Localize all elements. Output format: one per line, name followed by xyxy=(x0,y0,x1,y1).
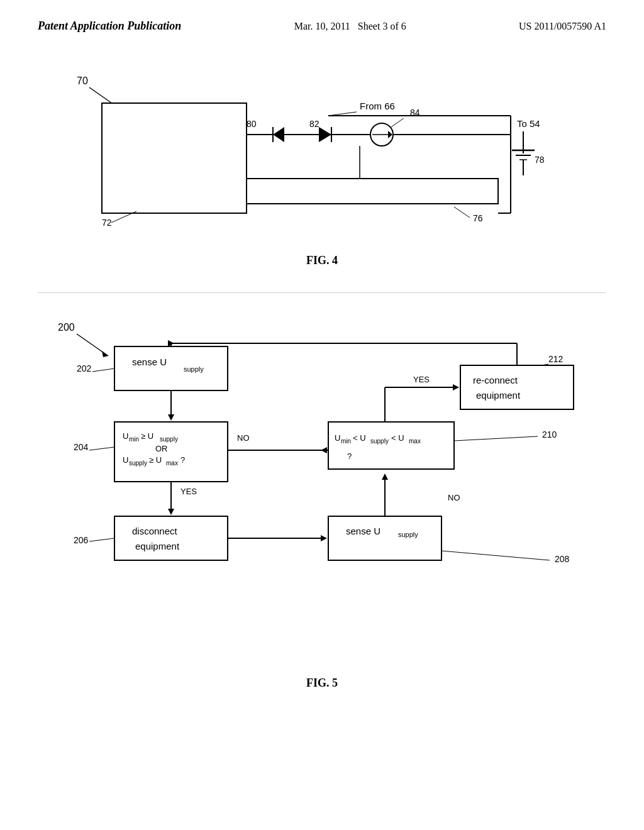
box-204-line1: U xyxy=(123,431,128,441)
ref-200-label: 200 xyxy=(58,322,75,333)
svg-line-43 xyxy=(89,538,114,541)
ref-202-label: 202 xyxy=(77,363,92,374)
ref-212-label: 212 xyxy=(548,354,564,364)
ref-78-label: 78 xyxy=(535,155,545,165)
fig5-section: 200 202 sense U supply 204 U min ≥ U sup… xyxy=(38,306,606,690)
box-204-line2: U xyxy=(123,455,128,465)
ref-210-label: 210 xyxy=(542,429,557,440)
fig4-svg: 70 72 From 66 80 82 xyxy=(39,53,605,248)
box-208-sub: supply xyxy=(398,531,418,538)
box-210-line1: U xyxy=(335,433,340,443)
svg-line-15 xyxy=(391,118,404,127)
svg-marker-39 xyxy=(168,414,174,421)
svg-line-25 xyxy=(454,207,470,218)
ref-206-label: 206 xyxy=(74,535,89,545)
box-204-geq1: ≥ U xyxy=(141,431,153,441)
publication-label: Patent Application Publication xyxy=(38,19,181,33)
svg-marker-59 xyxy=(321,447,327,453)
patent-id: US 2011/0057590 A1 xyxy=(519,21,606,31)
box-204-sub4: max xyxy=(166,460,178,467)
box-202-sub: supply xyxy=(184,365,204,373)
svg-marker-36 xyxy=(102,351,108,357)
box-210 xyxy=(328,422,454,469)
box-210-sub1: min xyxy=(341,438,351,445)
box-206-text2: equipment xyxy=(135,541,180,551)
fig4-section: 70 72 From 66 80 82 xyxy=(38,53,606,267)
box-208-text: sense U xyxy=(346,526,380,536)
patent-number: US 2011/0057590 A1 xyxy=(519,19,606,34)
yes1-label: YES xyxy=(180,487,197,496)
box-204-sub3: supply xyxy=(129,460,147,467)
box-204 xyxy=(114,422,228,482)
box-204-sub1: min xyxy=(129,436,139,443)
ref-80-label: 80 xyxy=(247,119,257,129)
box-208 xyxy=(328,516,441,560)
box-202-text: sense U xyxy=(132,357,167,367)
page-header: Patent Application Publication Mar. 10, … xyxy=(38,19,606,34)
box-204-sub2: supply xyxy=(160,436,178,443)
svg-line-49 xyxy=(454,436,538,441)
yes2-label: YES xyxy=(413,375,430,384)
ref-70-label: 70 xyxy=(77,75,88,86)
ref-76-label: 76 xyxy=(473,213,483,223)
svg-marker-52 xyxy=(453,384,459,390)
box-212-text2: equipment xyxy=(476,390,521,401)
box-206-text1: disconnect xyxy=(132,526,178,536)
box-204-geq2: ≥ U xyxy=(149,455,162,465)
box-204-q: ? xyxy=(180,455,185,465)
fig5-label: FIG. 5 xyxy=(38,677,606,690)
box-206 xyxy=(114,516,228,560)
fig4-title: FIG. 4 xyxy=(306,254,338,267)
publication-date: Mar. 10, 2011 xyxy=(294,21,350,31)
publication-title: Patent Application Publication xyxy=(38,19,181,32)
to-54-label: To 54 xyxy=(517,118,540,129)
no1-label: NO xyxy=(237,433,250,443)
box-212 xyxy=(460,365,574,409)
fig4-label: FIG. 4 xyxy=(38,254,606,267)
svg-marker-42 xyxy=(168,509,174,515)
fig5-svg: 200 202 sense U supply 204 U min ≥ U sup… xyxy=(39,306,605,670)
box-212-text1: re-connect xyxy=(473,375,518,385)
svg-marker-12 xyxy=(319,127,331,142)
svg-marker-45 xyxy=(321,535,327,541)
no2-label: NO xyxy=(448,493,460,502)
svg-marker-48 xyxy=(382,473,388,480)
box-210-q: ? xyxy=(347,451,352,461)
box-76 xyxy=(247,179,498,204)
page: Patent Application Publication Mar. 10, … xyxy=(0,0,644,830)
ref-208-label: 208 xyxy=(555,554,570,564)
ref-204-label: 204 xyxy=(74,442,89,452)
box-210-lt2: < U xyxy=(391,433,404,443)
box-72 xyxy=(102,103,247,213)
svg-line-37 xyxy=(92,368,114,372)
from-66-label: From 66 xyxy=(360,101,395,111)
section-divider xyxy=(38,292,606,293)
box-210-sub2: supply xyxy=(370,438,389,445)
fig5-title: FIG. 5 xyxy=(306,677,338,689)
ref-72-label: 72 xyxy=(102,218,112,228)
ref-82-label: 82 xyxy=(309,119,319,129)
box-202 xyxy=(114,346,228,390)
svg-line-46 xyxy=(441,551,550,560)
svg-marker-8 xyxy=(273,127,284,142)
box-204-or: OR xyxy=(155,444,168,453)
ref-84-label: 84 xyxy=(410,108,420,118)
box-210-sub3: max xyxy=(409,438,421,445)
date-sheet-info: Mar. 10, 2011 Sheet 3 of 6 xyxy=(294,19,406,34)
sheet-info: Sheet 3 of 6 xyxy=(358,21,406,31)
box-210-lt1: < U xyxy=(353,433,366,443)
svg-line-40 xyxy=(89,447,114,450)
